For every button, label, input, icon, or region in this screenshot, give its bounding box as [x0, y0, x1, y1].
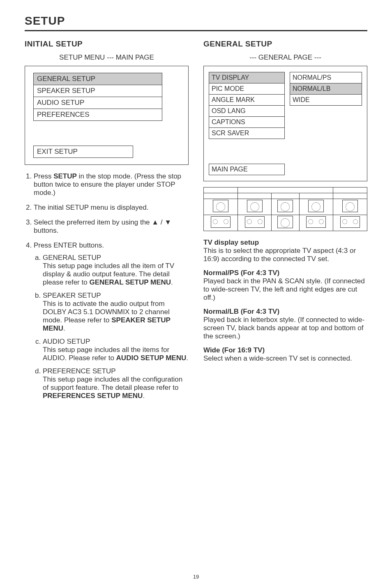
menu-item-audio-setup[interactable]: AUDIO SETUP [33, 97, 162, 109]
sub-a-body-b: GENERAL SETUP MENU [89, 278, 171, 286]
sub-c: AUDIO SETUP This setup page includes all… [43, 338, 189, 362]
gp-item-pic-mode[interactable]: PIC MODE [209, 83, 285, 95]
sub-b-body-c: . [63, 324, 65, 332]
sub-c-body-c: . [186, 354, 188, 362]
initial-setup-head: INITIAL SETUP [25, 39, 189, 49]
aspect-icon [333, 199, 367, 215]
sub-d-body-a: This setup page includes all the configu… [43, 375, 182, 391]
sub-a-title: GENERAL SETUP [43, 254, 189, 262]
left-column: INITIAL SETUP SETUP MENU --- MAIN PAGE G… [25, 39, 189, 407]
sub-d-body-c: . [143, 392, 145, 400]
wide-block: Wide (For 16:9 TV) Select when a wide-sc… [203, 346, 367, 363]
normal-ps-head: Normal/PS (For 4:3 TV) [203, 269, 367, 277]
general-page-subhead: --- GENERAL PAGE --- [203, 53, 367, 62]
gp-left-list: TV DISPLAY PIC MODE ANGLE MARK OSD LANG … [209, 72, 285, 175]
normal-lb-body: Played back in letterbox style. (If conn… [203, 316, 367, 340]
main-menu-box: GENERAL SETUP SPEAKER SETUP AUDIO SETUP … [25, 66, 189, 165]
menu-item-exit-setup[interactable]: EXIT SETUP [33, 146, 133, 158]
menu-item-general-setup[interactable]: GENERAL SETUP [33, 73, 162, 85]
steps-list: Press SETUP in the stop mode. (Press the… [25, 172, 189, 400]
aspect-icon [333, 215, 367, 231]
gp-opt-normal-lb[interactable]: NORMAL/LB [290, 83, 362, 95]
aspect-icon [238, 199, 272, 215]
wide-head: Wide (For 16:9 TV) [203, 346, 367, 354]
gp-item-scr-saver[interactable]: SCR SAVER [209, 127, 285, 139]
sub-d: PREFERENCE SETUP This setup page include… [43, 367, 189, 400]
tv-display-setup-block: TV display setup This is to select the a… [203, 238, 367, 263]
gp-item-angle-mark[interactable]: ANGLE MARK [209, 94, 285, 106]
general-setup-head: GENERAL SETUP [203, 39, 367, 49]
step-1-text-a: Press [34, 172, 53, 180]
gp-opt-wide[interactable]: WIDE [290, 94, 362, 106]
sub-c-title: AUDIO SETUP [43, 338, 189, 346]
menu-item-preferences[interactable]: PREFERENCES [33, 109, 162, 121]
step-4-text: Press ENTER buttons. [34, 241, 104, 249]
setup-menu-subhead: SETUP MENU --- MAIN PAGE [25, 53, 189, 62]
aspect-icon-table [203, 187, 367, 231]
aspect-icon [238, 215, 272, 231]
aspect-icon [272, 215, 299, 231]
tv-display-head: TV display setup [203, 238, 367, 247]
gp-item-main-page[interactable]: MAIN PAGE [209, 164, 285, 175]
tv-display-body: This is to select the appropriate TV asp… [203, 247, 367, 263]
normal-lb-head: Normal/LB (For 4:3 TV) [203, 308, 367, 316]
wide-body: Select when a wide-screen TV set is conn… [203, 354, 367, 363]
step-2: The initial SETUP menu is displayed. [34, 204, 189, 212]
menu-item-speaker-setup[interactable]: SPEAKER SETUP [33, 85, 162, 97]
gp-item-captions[interactable]: CAPTIONS [209, 116, 285, 128]
gp-item-osd-lang[interactable]: OSD LANG [209, 105, 285, 117]
sub-a: GENERAL SETUP This setup page includes a… [43, 254, 189, 287]
sub-steps: GENERAL SETUP This setup page includes a… [34, 254, 189, 400]
aspect-icon [204, 215, 238, 231]
step-4: Press ENTER buttons. GENERAL SETUP This … [34, 241, 189, 400]
normal-lb-block: Normal/LB (For 4:3 TV) Played back in le… [203, 308, 367, 340]
page-title: SETUP [25, 14, 367, 28]
sub-d-title: PREFERENCE SETUP [43, 367, 189, 375]
sub-b-title: SPEAKER SETUP [43, 292, 189, 300]
step-1-bold: SETUP [53, 172, 77, 180]
title-rule [25, 30, 367, 31]
sub-b: SPEAKER SETUP This is to activate the au… [43, 292, 189, 333]
normal-ps-body: Played back in the PAN & SCAN style. (If… [203, 277, 367, 302]
sub-c-body-b: AUDIO SETUP MENU [116, 354, 187, 362]
aspect-icon [204, 199, 238, 215]
sub-a-body-c: . [171, 278, 173, 286]
general-page-box: TV DISPLAY PIC MODE ANGLE MARK OSD LANG … [203, 66, 367, 181]
gp-right-list: NORMAL/PS NORMAL/LB WIDE [290, 72, 362, 175]
normal-ps-block: Normal/PS (For 4:3 TV) Played back in th… [203, 269, 367, 302]
step-1: Press SETUP in the stop mode. (Press the… [34, 172, 189, 197]
aspect-icon [272, 199, 299, 215]
aspect-icon [299, 199, 333, 215]
gp-item-tv-display[interactable]: TV DISPLAY [209, 72, 285, 83]
step-3: Select the preferred item by using the ▲… [34, 218, 189, 235]
sub-d-body-b: PREFERENCES SETUP MENU [43, 392, 143, 400]
right-column: GENERAL SETUP --- GENERAL PAGE --- TV DI… [203, 39, 367, 407]
aspect-icon [299, 215, 333, 231]
page-number: 19 [0, 574, 392, 580]
gp-opt-normal-ps[interactable]: NORMAL/PS [290, 72, 362, 83]
